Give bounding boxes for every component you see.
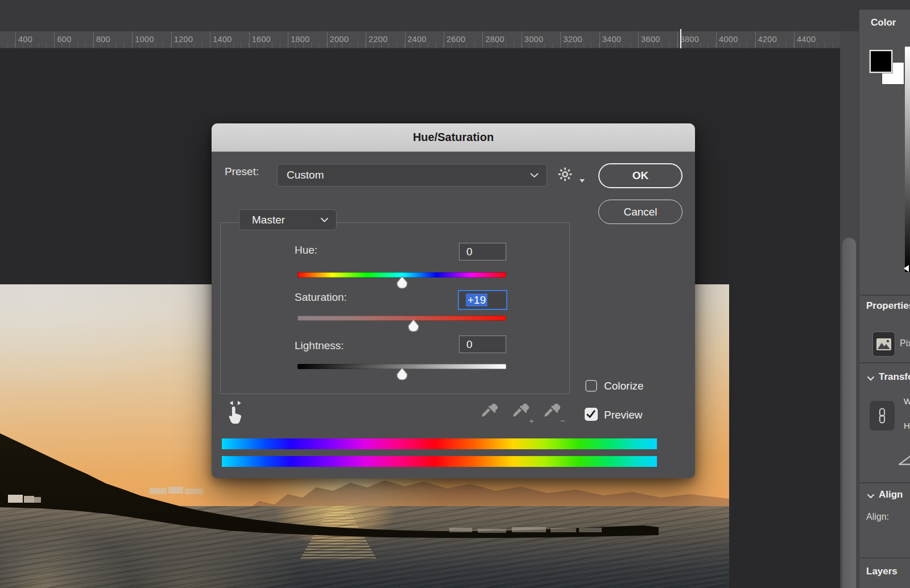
hue-saturation-dialog: Hue/Saturation Preset: Custom OK Cancel … (212, 123, 695, 478)
ruler-label: 1200 (174, 35, 193, 44)
layer-type-label: Pixel (900, 338, 910, 349)
saturation-slider[interactable] (297, 316, 506, 321)
hue-spectrum-bar-adjusted (222, 456, 657, 467)
ruler-major-tick (638, 31, 639, 48)
ruler-major-tick (171, 31, 172, 48)
ruler-label: 1000 (135, 35, 154, 44)
ruler-label: 1800 (291, 35, 309, 44)
preset-label: Preset: (225, 165, 259, 178)
ruler-label: 3400 (602, 35, 621, 44)
photo-buildings (579, 528, 602, 532)
eyedropper-minus-icon (541, 401, 561, 421)
hue-input[interactable]: 0 (459, 243, 506, 260)
eyedropper-button[interactable] (479, 401, 504, 426)
hue-value: 0 (466, 246, 473, 258)
photo-buildings (512, 527, 546, 532)
photo-buildings (185, 488, 203, 494)
photo-buildings (24, 496, 34, 503)
colorize-label: Colorize (604, 380, 644, 392)
eyedropper-icon (479, 401, 498, 421)
scrubby-hand-icon[interactable] (228, 398, 249, 425)
ruler-label: 3800 (680, 35, 699, 44)
ok-button[interactable]: OK (598, 163, 682, 188)
tab-properties[interactable]: Properties (866, 300, 910, 312)
ruler-major-tick (249, 31, 250, 48)
skew-triangle-icon[interactable] (898, 453, 910, 466)
lightness-input[interactable]: 0 (459, 336, 506, 353)
panel-divider (859, 482, 910, 483)
hue-spectrum-bar-original (222, 438, 657, 449)
color-value-marker[interactable] (904, 265, 909, 272)
scrollbar-thumb[interactable] (842, 238, 856, 588)
section-align[interactable]: Align (879, 489, 903, 500)
ruler-label: 4200 (758, 35, 777, 44)
right-panel: Color Properties Pixel Transform W H Ali… (859, 10, 910, 588)
ruler-major-tick (288, 31, 288, 48)
ruler-label: 600 (57, 35, 71, 44)
chevron-down-icon (321, 218, 328, 222)
ruler-major-tick (755, 31, 756, 48)
photo-buildings (449, 528, 472, 532)
preset-options-button[interactable] (557, 167, 586, 185)
ruler-major-tick (366, 31, 366, 48)
photo-buildings (150, 488, 167, 494)
preview-label: Preview (604, 409, 643, 421)
saturation-input[interactable]: +19 (458, 290, 507, 310)
tab-layers[interactable]: Layers (866, 566, 897, 577)
ruler-major-tick (522, 31, 522, 48)
ruler-label: 4400 (797, 35, 816, 44)
lightness-slider-thumb[interactable] (395, 367, 409, 380)
chain-link-icon (876, 406, 888, 425)
lightness-label: Lightness: (295, 339, 344, 352)
photo-wave-texture (0, 506, 729, 588)
gear-icon (557, 167, 573, 182)
colorize-checkbox[interactable] (585, 380, 597, 392)
preview-checkbox[interactable] (585, 408, 598, 421)
checkmark-icon (586, 409, 596, 419)
subtract-from-sample-eyedropper-button[interactable]: − (541, 401, 566, 426)
ruler-label: 4000 (719, 35, 738, 44)
ruler-scale[interactable]: 4006008001000120014001600180020002200240… (0, 31, 840, 48)
chevron-down-icon[interactable] (867, 376, 874, 381)
chevron-down-icon (530, 173, 539, 178)
saturation-slider-thumb[interactable] (407, 319, 420, 332)
ruler-major-tick (560, 31, 561, 48)
preset-dropdown[interactable]: Custom (277, 164, 547, 187)
width-label: W (904, 396, 910, 406)
add-to-sample-eyedropper-button[interactable]: + (510, 401, 535, 426)
section-transform[interactable]: Transform (879, 371, 910, 383)
ruler-label: 800 (96, 35, 110, 44)
ruler-major-tick (327, 31, 328, 48)
hue-slider-thumb[interactable] (395, 276, 409, 289)
ruler-major-tick (677, 31, 678, 48)
hue-label: Hue: (295, 244, 317, 256)
link-dimensions-button[interactable] (870, 401, 895, 430)
ruler-label: 3600 (641, 35, 660, 44)
lightness-value: 0 (466, 338, 473, 350)
foreground-color-swatch[interactable] (870, 50, 892, 73)
canvas-vertical-scrollbar[interactable] (840, 31, 859, 588)
ruler-major-tick (794, 31, 795, 48)
panel-divider (859, 362, 910, 363)
dialog-title-bar[interactable]: Hue/Saturation (212, 123, 695, 152)
channel-dropdown[interactable]: Master (239, 209, 337, 230)
height-label: H (904, 421, 910, 430)
panel-divider (859, 557, 910, 558)
ruler-label: 2000 (330, 35, 349, 44)
color-value-strip[interactable] (905, 47, 910, 272)
ruler-major-tick (93, 31, 94, 48)
eyedropper-plus-icon (510, 401, 530, 421)
ruler-label: 3200 (563, 35, 582, 44)
plus-suffix: + (529, 416, 534, 425)
hue-slider[interactable] (297, 272, 506, 278)
cancel-button[interactable]: Cancel (598, 200, 682, 224)
pixel-layer-thumbnail-icon[interactable] (872, 332, 895, 357)
chevron-down-icon[interactable] (867, 494, 874, 499)
align-label: Align: (866, 512, 889, 522)
ruler-label: 2800 (485, 35, 504, 44)
tab-color[interactable]: Color (871, 17, 896, 28)
ruler-label: 1400 (213, 35, 231, 44)
photo-buildings (8, 495, 23, 503)
ruler-major-tick (482, 31, 483, 48)
lightness-slider[interactable] (297, 364, 506, 369)
